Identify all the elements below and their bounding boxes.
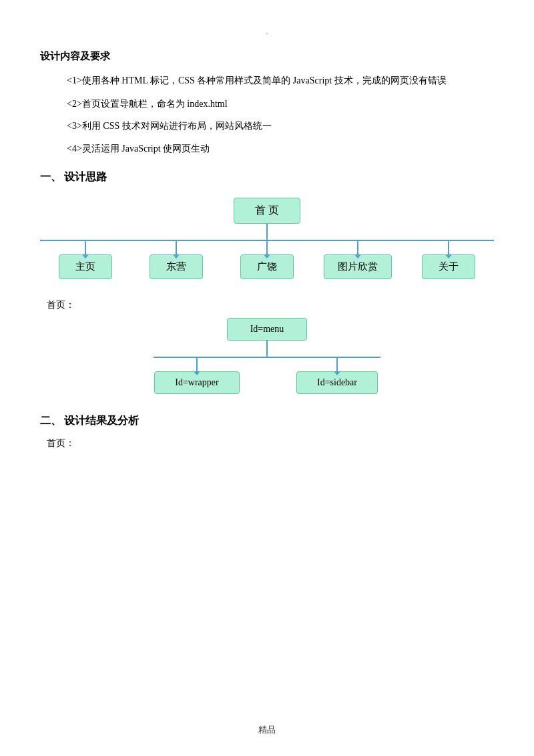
design-section-title: 设计内容及要求 — [40, 50, 494, 63]
diag2-children-row: Id=wrapper Id=sidebar — [127, 358, 407, 394]
design-item-3: <3>利用 CSS 技术对网站进行布局，网站风格统一 — [67, 118, 494, 134]
tree-arrow-3 — [266, 241, 268, 254]
design-item-2: <2>首页设置导航栏，命名为 index.html — [67, 96, 494, 112]
tree-arrow-4 — [357, 241, 358, 254]
design-item-1: <1>使用各种 HTML 标记，CSS 各种常用样式及简单的 JavaScrip… — [67, 72, 494, 89]
diag2-root-node: Id=menu — [227, 318, 307, 341]
tree-diagram-1: 首 页 主页 东营 广饶 图片欣赏 关于 — [40, 198, 494, 279]
tree-root-vertical-line — [266, 224, 268, 240]
design-item-4: <4>灵活运用 JavaScript 使网页生动 — [67, 140, 494, 157]
tree-children-row: 主页 东营 广饶 图片欣赏 关于 — [40, 241, 494, 279]
homepage-label-1: 首页： — [47, 299, 494, 311]
tree-arrow-2 — [176, 241, 177, 254]
diag2-root-connector: Id=menu — [227, 318, 307, 357]
tree-arrow-5 — [448, 241, 449, 254]
diag2-arrow-2 — [336, 358, 338, 371]
tree-child-5: 关于 — [403, 241, 494, 279]
diagram2-container: Id=menu Id=wrapper Id=sidebar — [40, 318, 494, 394]
diag2-root-vline — [266, 341, 268, 357]
diag2-child-1: Id=wrapper — [127, 358, 267, 394]
dot-separator: . — [40, 27, 494, 37]
tree-root-connector: 首 页 — [234, 198, 300, 240]
section-one-heading: 一、 设计思路 — [40, 170, 494, 184]
tree-child-1: 主页 — [40, 241, 131, 279]
diag2-arrow-1 — [196, 358, 198, 371]
tree-child-3: 广饶 — [222, 241, 312, 279]
tree-arrow-1 — [85, 241, 86, 254]
diag2-child-2: Id=sidebar — [267, 358, 407, 394]
tree-child-4: 图片欣赏 — [312, 241, 403, 279]
tree-root-node: 首 页 — [234, 198, 300, 224]
section-two-heading: 二、 设计结果及分析 — [40, 414, 494, 428]
homepage-label-2: 首页： — [47, 437, 494, 449]
tree-child-2: 东营 — [131, 241, 222, 279]
footer-text: 精品 — [258, 724, 276, 736]
